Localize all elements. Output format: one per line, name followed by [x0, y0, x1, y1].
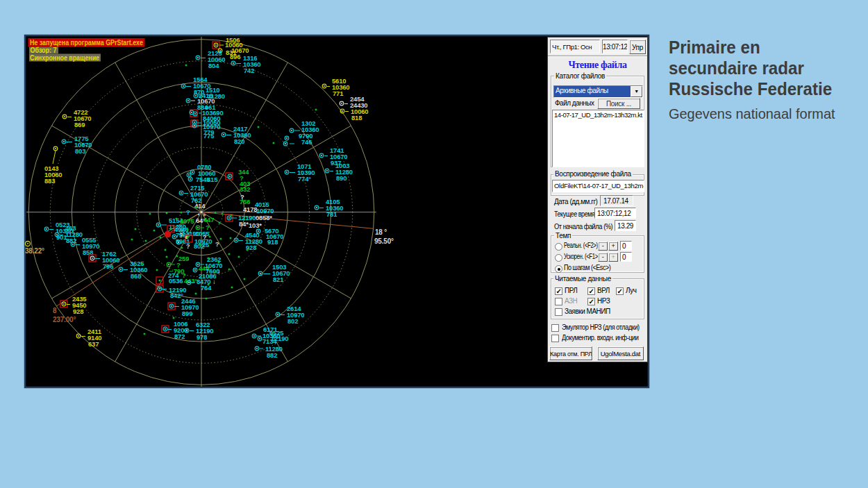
svg-text:84*: 84* [239, 220, 249, 228]
svg-text:821: 821 [273, 276, 284, 283]
svg-text:0536: 0536 [169, 277, 183, 285]
svg-text:775: 775 [203, 132, 215, 140]
svg-text:978: 978 [197, 333, 207, 341]
svg-text:764: 764 [201, 284, 212, 292]
svg-text:Не запущена программа GPrStart: Не запущена программа GPrStart.exe [30, 39, 143, 47]
svg-text:Обзор: 7: Обзор: 7 [31, 47, 57, 54]
svg-text:803: 803 [75, 147, 85, 155]
svg-text:890: 890 [336, 174, 347, 182]
svg-text:↓: ↓ [217, 267, 221, 275]
svg-text:Синхронное вращение: Синхронное вращение [30, 54, 99, 62]
svg-text:746: 746 [301, 138, 312, 146]
svg-text:237.00°: 237.00° [53, 316, 76, 323]
svg-text:0858*: 0858* [256, 214, 272, 221]
svg-text:18 °: 18 ° [375, 228, 387, 236]
svg-text:804: 804 [208, 62, 219, 69]
svg-text:872: 872 [174, 333, 185, 340]
svg-text:899: 899 [182, 310, 192, 317]
svg-text:796: 796 [103, 262, 113, 270]
svg-text:869: 869 [74, 121, 85, 128]
svg-text:259: 259 [178, 255, 189, 262]
svg-text:?: ? [186, 243, 190, 250]
svg-text:818: 818 [351, 114, 362, 121]
svg-text:95.50°: 95.50° [374, 237, 394, 245]
svg-text:896: 896 [230, 53, 240, 60]
svg-text:742: 742 [244, 67, 254, 74]
svg-text:8: 8 [53, 307, 57, 314]
svg-text:103*: 103* [249, 221, 262, 229]
svg-text:802: 802 [287, 317, 298, 325]
svg-text:?: ? [179, 232, 183, 239]
svg-text:415: 415 [207, 176, 218, 183]
svg-text:332: 332 [240, 185, 250, 193]
svg-text:?: ? [186, 208, 190, 216]
svg-text:25: 25 [202, 241, 210, 249]
svg-text:?: ? [215, 241, 219, 248]
svg-text:38.22°: 38.22° [25, 247, 44, 255]
svg-text:928: 928 [73, 308, 83, 315]
svg-text:771: 771 [333, 90, 344, 97]
svg-text:↓: ↓ [212, 278, 216, 285]
svg-text:?: ? [203, 234, 206, 241]
svg-text:918: 918 [267, 238, 278, 246]
svg-text:868: 868 [131, 272, 141, 280]
svg-text:774°: 774° [298, 175, 311, 183]
svg-text:762: 762 [191, 196, 201, 204]
svg-text:883: 883 [44, 177, 55, 185]
svg-text:756: 756 [240, 198, 250, 205]
svg-text:820: 820 [234, 137, 244, 145]
svg-text:7134: 7134 [262, 337, 277, 345]
svg-text:637: 637 [88, 340, 99, 348]
svg-text:447: 447 [203, 216, 214, 224]
svg-text:781: 781 [326, 210, 337, 218]
svg-text:882: 882 [267, 351, 277, 359]
